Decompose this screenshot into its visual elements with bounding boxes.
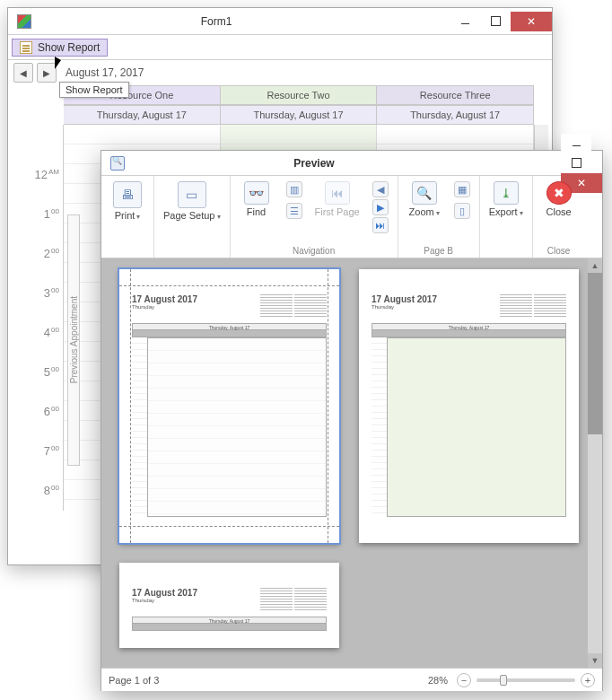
mini-calendar-icon [260, 294, 293, 318]
close-window-button[interactable] [511, 12, 552, 31]
first-page-icon: ⏮ [325, 181, 350, 205]
next-page-icon: ▶ [372, 199, 389, 215]
page-nav-buttons[interactable]: ◀ ▶ ⏭ [369, 179, 392, 235]
single-page-icon: ▯ [454, 203, 470, 219]
day-header[interactable]: Thursday, August 17 [64, 105, 221, 125]
zoom-percent-label: 28% [428, 675, 448, 686]
preview-window: Preview 🖶 Print ▭ Page Setup [101, 150, 603, 691]
page-setup-button[interactable]: ▭ Page Setup [160, 179, 224, 223]
form1-titlebar[interactable]: Form1 [8, 8, 552, 35]
day-header-row: Thursday, August 17 Thursday, August 17 … [12, 105, 548, 125]
bookmarks-icon: ☰ [286, 203, 302, 219]
printer-icon: 🖶 [113, 181, 142, 208]
resource-header[interactable]: Resource Two [221, 85, 378, 105]
preview-document-area[interactable]: 17 August 2017 Thursday Thursday, August… [101, 258, 602, 668]
prev-page-icon: ◀ [372, 181, 389, 197]
maximize-button[interactable] [480, 12, 511, 31]
preview-page[interactable]: 17 August 2017 Thursday Thursday, August… [119, 563, 339, 648]
time-ruler: 12AM 100 200 300 400 500 600 700 800 [12, 125, 64, 511]
close-icon: ✖ [546, 181, 572, 205]
form1-toolbar: Show Report [8, 35, 552, 60]
scroll-up-icon[interactable]: ▲ [588, 258, 602, 273]
show-report-tooltip: Show Report [59, 82, 129, 98]
preview-statusbar: Page 1 of 3 28% − + [101, 668, 602, 691]
minimize-button[interactable] [561, 134, 591, 153]
current-date-label: August 17, 2017 [66, 66, 144, 79]
scroll-thumb[interactable] [588, 273, 602, 434]
mini-calendar-icon [534, 294, 566, 318]
page-indicator: Page 1 of 3 [109, 675, 159, 686]
form1-title: Form1 [0, 15, 450, 28]
zoom-track[interactable] [476, 678, 575, 682]
preview-icon [110, 156, 125, 171]
day-header[interactable]: Thursday, August 17 [221, 105, 378, 125]
mini-calendar-icon [500, 294, 532, 318]
zoom-in-button[interactable]: + [581, 673, 595, 687]
show-report-label: Show Report [38, 41, 100, 54]
minimize-button[interactable] [450, 12, 480, 31]
first-page-button[interactable]: ⏮ First Page [311, 179, 363, 219]
preview-titlebar[interactable]: Preview [101, 151, 602, 176]
export-icon: ⤓ [494, 181, 519, 205]
zoom-thumb[interactable] [500, 675, 507, 686]
zoom-slider[interactable]: − + [457, 673, 595, 687]
page-setup-icon: ▭ [178, 181, 206, 208]
preview-page[interactable]: 17 August 2017 Thursday Thursday, August… [359, 269, 579, 543]
prev-day-button[interactable]: ◀ [13, 63, 33, 83]
binoculars-icon: 👓 [244, 181, 269, 205]
resource-header[interactable]: Resource Three [377, 85, 534, 105]
day-header[interactable]: Thursday, August 17 [377, 105, 534, 125]
thumbnails-button[interactable]: ▥ ☰ [283, 179, 306, 221]
preview-vertical-scrollbar[interactable]: ▲ ▼ [588, 258, 602, 668]
ribbon-toolbar: 🖶 Print ▭ Page Setup 👓 Find [101, 176, 602, 258]
find-button[interactable]: 👓 Find [236, 179, 277, 219]
thumbnails-icon: ▥ [286, 181, 302, 197]
report-icon [20, 41, 32, 54]
preview-page[interactable]: 17 August 2017 Thursday Thursday, August… [119, 269, 339, 543]
next-day-button[interactable]: ▶ [37, 63, 57, 83]
zoom-button[interactable]: 🔍 Zoom [404, 179, 445, 219]
magnifier-icon: 🔍 [412, 181, 437, 205]
print-button[interactable]: 🖶 Print [107, 179, 148, 223]
mini-calendar-icon [294, 588, 327, 611]
preview-title: Preview [67, 157, 561, 170]
scroll-down-icon[interactable]: ▼ [588, 653, 602, 668]
mini-calendar-icon [294, 294, 327, 318]
page-layout-button[interactable]: ▦ ▯ [450, 179, 474, 221]
close-preview-button[interactable]: ✖ Close [538, 179, 580, 219]
maximize-button[interactable] [561, 153, 591, 173]
pageb-group-label: Page B [404, 246, 474, 256]
previous-appointment-button[interactable]: Previous Appointment [67, 214, 80, 466]
zoom-out-button[interactable]: − [457, 673, 471, 687]
export-button[interactable]: ⤓ Export [485, 179, 527, 219]
mini-calendar-icon [260, 588, 293, 611]
multipage-icon: ▦ [454, 181, 470, 197]
last-page-icon: ⏭ [372, 217, 389, 233]
close-group-label: Close [538, 246, 580, 256]
navigation-group-label: Navigation [236, 246, 392, 256]
show-report-button[interactable]: Show Report [12, 39, 108, 57]
